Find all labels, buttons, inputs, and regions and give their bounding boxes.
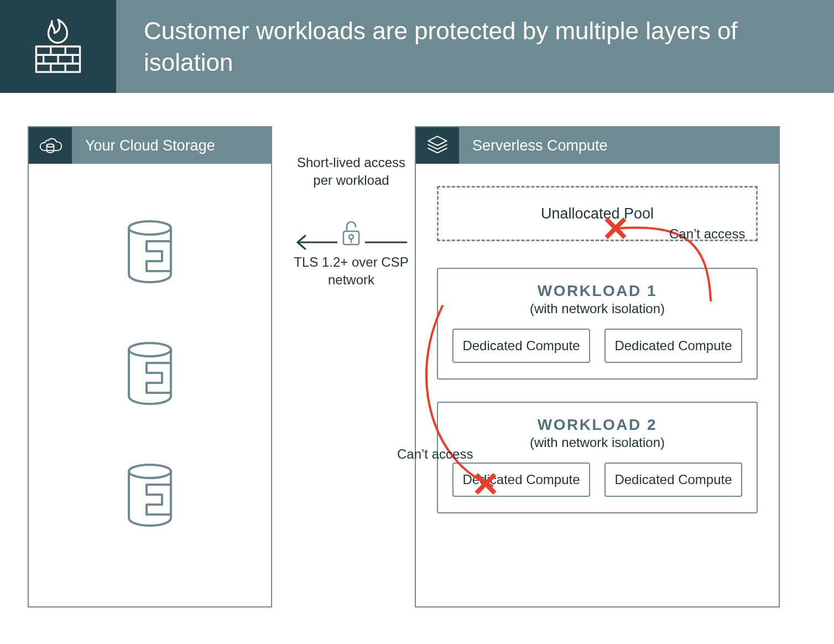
connection-bottom-label: TLS 1.2+ over CSP network xyxy=(293,253,409,289)
workload-2-title: WORKLOAD 2 xyxy=(452,416,742,434)
storage-header: Your Cloud Storage xyxy=(29,127,271,164)
dedicated-compute-box: Dedicated Compute xyxy=(604,329,742,363)
dedicated-compute-box: Dedicated Compute xyxy=(452,329,590,363)
database-icon xyxy=(122,341,178,409)
storage-title: Your Cloud Storage xyxy=(72,127,271,164)
compute-panel: Serverless Compute Unallocated Pool WORK… xyxy=(415,126,780,607)
compute-title: Serverless Compute xyxy=(459,127,779,164)
workload-1-title: WORKLOAD 1 xyxy=(452,282,742,300)
lock-open-icon xyxy=(337,218,365,249)
storage-panel: Your Cloud Storage xyxy=(28,126,272,607)
cloud-storage-icon xyxy=(29,127,72,164)
workload-2-subtitle: (with network isolation) xyxy=(452,435,742,450)
serverless-stack-icon xyxy=(416,127,459,164)
deny-label-1: Can’t access xyxy=(669,226,745,242)
database-icon xyxy=(122,463,178,531)
database-icon xyxy=(122,219,178,288)
deny-x-icon: ✕ xyxy=(471,468,500,502)
dedicated-compute-box: Dedicated Compute xyxy=(604,463,742,497)
compute-header: Serverless Compute xyxy=(416,127,779,164)
header-banner: Customer workloads are protected by mult… xyxy=(0,0,834,93)
svg-point-13 xyxy=(129,465,171,478)
svg-marker-14 xyxy=(428,136,446,146)
deny-label-2: Can’t access xyxy=(397,446,473,463)
svg-rect-2 xyxy=(36,64,80,72)
svg-point-10 xyxy=(47,144,54,147)
svg-rect-0 xyxy=(36,46,80,55)
page-title: Customer workloads are protected by mult… xyxy=(116,0,834,93)
svg-point-11 xyxy=(129,221,171,235)
deny-x-icon: ✕ xyxy=(601,212,630,246)
firewall-icon xyxy=(0,0,116,93)
workload-1-subtitle: (with network isolation) xyxy=(452,301,742,316)
svg-point-12 xyxy=(129,343,171,356)
workload-1: WORKLOAD 1 (with network isolation) Dedi… xyxy=(437,268,758,380)
diagram-canvas: Your Cloud Storage xyxy=(0,93,834,644)
connection-top-label: Short-lived access per workload xyxy=(293,154,409,190)
